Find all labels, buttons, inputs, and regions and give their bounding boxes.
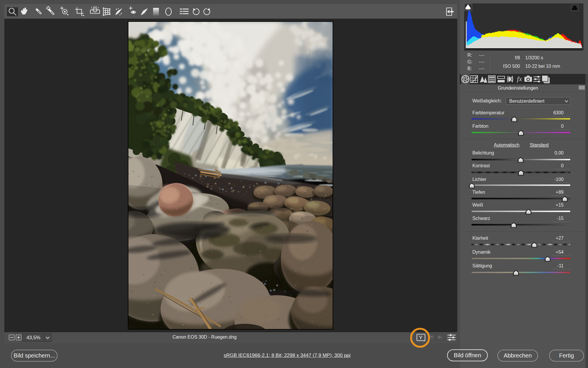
svg-text:fx: fx: [517, 75, 522, 83]
